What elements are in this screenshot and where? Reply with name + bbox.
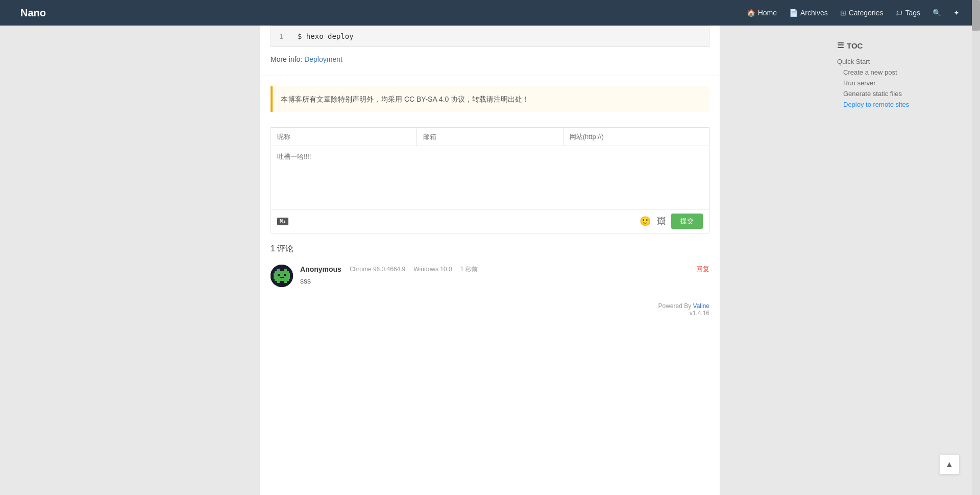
comment-form: M↓ 🙂 🖼 提交 (271, 127, 709, 233)
archives-icon: 📄 (789, 9, 798, 17)
toc-icon: ☰ (837, 41, 844, 50)
main-content: 1 $ hexo deploy More info: Deployment 本博… (260, 26, 720, 495)
comment-meta: Anonymous Chrome 96.0.4664.9 Windows 10.… (300, 265, 709, 274)
home-icon: 🏠 (747, 9, 755, 17)
email-input[interactable] (417, 128, 563, 146)
valine-version: v1.4.16 (271, 310, 709, 317)
toc-list: Quick Start Create a new post Run server… (837, 56, 939, 110)
nav-tags[interactable]: 🏷 Tags (895, 9, 920, 17)
toc-link-new-post[interactable]: Create a new post (843, 68, 897, 76)
powered-by-text: Powered By (658, 302, 691, 310)
comment-toolbar: M↓ (277, 218, 288, 225)
comment-author: Anonymous (300, 265, 341, 273)
nickname-input[interactable] (271, 128, 417, 146)
site-header: Nano 🏠 Home 📄 Archives ⊞ Categories 🏷 Ta… (0, 0, 980, 26)
copyright-text: 本博客所有文章除特别声明外，均采用 CC BY-SA 4.0 协议，转载请注明出… (281, 95, 529, 103)
copyright-notice: 本博客所有文章除特别声明外，均采用 CC BY-SA 4.0 协议，转载请注明出… (271, 86, 709, 112)
toc-item-run-server: Run server (837, 78, 939, 88)
svg-rect-9 (284, 274, 286, 276)
search-icon: 🔍 (933, 9, 941, 17)
toc-sidebar: ☰ TOC Quick Start Create a new post Run … (837, 41, 939, 110)
svg-rect-8 (278, 274, 280, 276)
avatar (271, 265, 293, 287)
comment-item: Anonymous Chrome 96.0.4664.9 Windows 10.… (271, 265, 709, 287)
svg-rect-1 (277, 269, 280, 271)
nav-search[interactable]: 🔍 (933, 9, 941, 17)
toc-link-generate[interactable]: Generate static files (843, 90, 902, 98)
emoji-button[interactable]: 🙂 (639, 215, 652, 228)
code-content: $ hexo deploy (298, 32, 354, 40)
comment-text: sss (300, 277, 709, 285)
svg-rect-2 (284, 269, 287, 271)
comment-form-fields (271, 128, 709, 146)
nav-settings[interactable]: ✦ (953, 9, 960, 17)
site-brand: Nano (20, 7, 46, 19)
more-info-section: More info: Deployment (260, 47, 720, 76)
comment-content: Anonymous Chrome 96.0.4664.9 Windows 10.… (300, 265, 709, 287)
deployment-link[interactable]: Deployment (304, 55, 342, 63)
main-nav: 🏠 Home 📄 Archives ⊞ Categories 🏷 Tags 🔍 … (747, 9, 960, 17)
svg-rect-6 (277, 281, 280, 283)
nav-home[interactable]: 🏠 Home (747, 9, 777, 17)
svg-rect-4 (274, 273, 290, 279)
toc-item-generate: Generate static files (837, 88, 939, 99)
submit-button[interactable]: 提交 (671, 214, 703, 229)
svg-rect-10 (280, 277, 284, 278)
settings-icon: ✦ (953, 9, 960, 17)
reply-button[interactable]: 回复 (696, 265, 709, 274)
toc-item-deploy: Deploy to remote sites (837, 99, 939, 110)
toc-link-run-server[interactable]: Run server (843, 79, 876, 87)
svg-rect-3 (275, 271, 289, 273)
comment-os: Windows 10.0 (413, 266, 452, 273)
comments-section: 1 评论 (271, 244, 709, 287)
nav-archives[interactable]: 📄 Archives (789, 9, 828, 17)
toc-item-new-post: Create a new post (837, 67, 939, 78)
toc-title: ☰ TOC (837, 41, 939, 50)
toc-link-quickstart[interactable]: Quick Start (837, 58, 870, 65)
nav-categories[interactable]: ⊞ Categories (840, 9, 884, 17)
scrollbar-track (972, 0, 980, 495)
more-info-text: More info: (271, 55, 302, 63)
image-button[interactable]: 🖼 (656, 215, 667, 228)
valine-footer: Powered By Valine v1.4.16 (271, 297, 709, 317)
svg-rect-7 (284, 281, 287, 283)
comment-browser: Chrome 96.0.4664.9 (350, 266, 405, 273)
comments-title: 1 评论 (271, 244, 709, 254)
scrollbar-thumb[interactable] (972, 0, 980, 31)
categories-icon: ⊞ (840, 9, 846, 17)
markdown-icon: M↓ (277, 218, 288, 225)
page-wrapper: 1 $ hexo deploy More info: Deployment 本博… (0, 0, 980, 495)
toc-item-quickstart: Quick Start (837, 56, 939, 67)
code-block: 1 $ hexo deploy (271, 26, 709, 47)
line-number: 1 (279, 32, 289, 40)
comment-time: 1 秒前 (460, 265, 478, 274)
avatar-image (271, 265, 293, 287)
valine-link[interactable]: Valine (693, 302, 709, 310)
toc-link-deploy[interactable]: Deploy to remote sites (843, 101, 909, 108)
tags-icon: 🏷 (895, 9, 902, 17)
comment-textarea[interactable] (271, 146, 709, 207)
url-input[interactable] (564, 128, 709, 146)
avatar-svg (271, 265, 293, 287)
comment-form-footer: M↓ 🙂 🖼 提交 (271, 209, 709, 233)
svg-rect-5 (275, 279, 289, 281)
back-to-top-button[interactable]: ▲ (939, 454, 960, 475)
